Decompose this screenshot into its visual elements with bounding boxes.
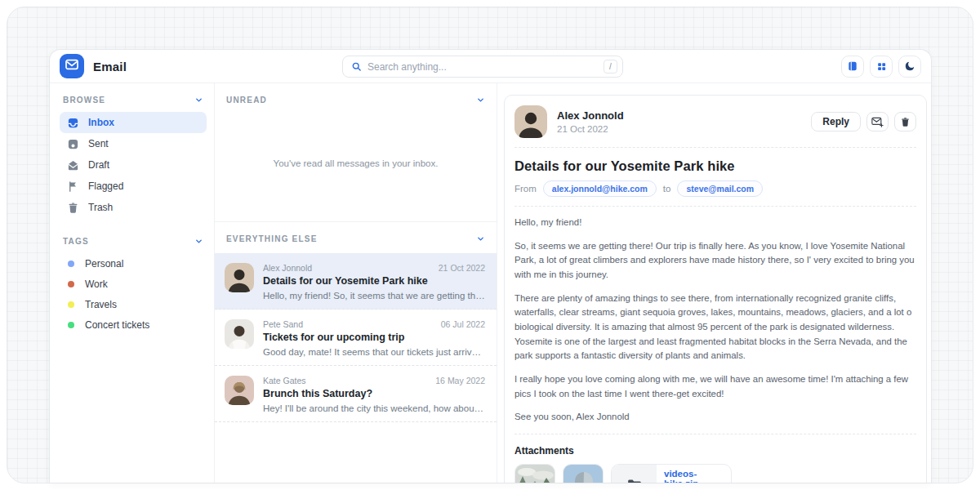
app-title: Email xyxy=(93,60,127,74)
body-paragraph: Hello, my friend! xyxy=(514,216,916,230)
mail-list-item[interactable]: Pete Sand 06 Jul 2022 Tickets for our up… xyxy=(215,310,497,366)
mail-sender: Kate Gates xyxy=(263,376,306,385)
mail-date: 16 May 2022 xyxy=(435,376,485,385)
divider xyxy=(514,434,916,434)
app-logo xyxy=(60,54,84,78)
mail-body: Hello, my friend! So, it seems we are ge… xyxy=(514,216,916,425)
dark-mode-button[interactable] xyxy=(898,56,921,78)
sidebar-item-sent[interactable]: Sent xyxy=(60,133,207,154)
tag-item-travels[interactable]: Travels xyxy=(60,294,207,314)
mail-preview: Hey! I'll be around the city this weeken… xyxy=(263,403,485,413)
search-input[interactable] xyxy=(368,61,604,73)
avatar xyxy=(514,105,547,138)
to-label: to xyxy=(663,184,671,194)
attachment-file-name[interactable]: videos-hike.zip xyxy=(664,469,731,483)
mail-date: 06 Jul 2022 xyxy=(441,319,485,329)
book-icon xyxy=(847,60,858,72)
body-paragraph: So, it seems we are getting there! Our t… xyxy=(514,239,916,283)
unread-section: UNREAD You've read all messages in your … xyxy=(215,83,497,222)
mail-sender: Pete Sand xyxy=(263,319,303,329)
tag-dot xyxy=(68,281,74,287)
tag-label: Work xyxy=(85,278,108,290)
detail-actions: Reply xyxy=(811,112,916,131)
sidebar-item-flagged[interactable]: Flagged xyxy=(60,176,207,197)
detail-sender-name: Alex Jonnold xyxy=(557,109,624,122)
sidebar-item-label: Sent xyxy=(88,138,109,149)
mail-sender: Alex Jonnold xyxy=(263,263,312,273)
unread-label: UNREAD xyxy=(226,96,267,105)
mail-subject: Details for our Yosemite Park hike xyxy=(263,275,485,287)
tag-dot xyxy=(68,322,74,328)
mail-preview: Hello, my friend! So, it seems that we a… xyxy=(263,291,485,301)
sidebar-item-draft[interactable]: Draft xyxy=(60,154,207,176)
sidebar-item-label: Draft xyxy=(88,159,109,171)
delete-mail-button[interactable] xyxy=(894,112,916,131)
trash-icon xyxy=(67,202,79,214)
tag-label: Personal xyxy=(85,258,123,270)
divider xyxy=(514,206,916,207)
mail-detail-card: Alex Jonnold 21 Oct 2022 Reply xyxy=(504,95,927,483)
detail-header: Alex Jonnold 21 Oct 2022 Reply xyxy=(514,105,916,138)
avatar xyxy=(225,263,254,292)
tag-label: Concert tickets xyxy=(85,319,149,331)
tag-item-concert-tickets[interactable]: Concert tickets xyxy=(60,314,207,335)
attachment-file-card[interactable]: videos-hike.zip 100 MB xyxy=(611,464,732,483)
tag-dot xyxy=(68,261,74,267)
flag-icon xyxy=(67,180,79,193)
detail-date: 21 Oct 2022 xyxy=(557,124,624,134)
mail-list-item[interactable]: Kate Gates 16 May 2022 Brunch this Satur… xyxy=(215,366,497,422)
from-to-row: From alex.jonnold@hike.com to steve@mail… xyxy=(514,180,916,197)
topbar-actions xyxy=(841,56,921,78)
topbar: Email / xyxy=(50,50,931,83)
tag-item-work[interactable]: Work xyxy=(60,274,207,294)
everything-else-label: EVERYTHING ELSE xyxy=(226,234,318,243)
attachment-photo-valley[interactable] xyxy=(514,464,555,483)
sidebar-item-label: Inbox xyxy=(88,117,114,128)
chevron-down-icon[interactable] xyxy=(476,96,485,105)
sent-icon xyxy=(67,138,79,150)
sidebar-item-label: Flagged xyxy=(88,180,123,192)
grid-icon xyxy=(876,61,887,72)
book-button[interactable] xyxy=(841,56,864,78)
detail-subject: Details for our Yosemite Park hike xyxy=(514,158,916,174)
avatar xyxy=(225,376,254,405)
avatar xyxy=(225,319,254,349)
unread-empty-message: You've read all messages in your inbox. xyxy=(215,105,497,221)
mail-list-column: UNREAD You've read all messages in your … xyxy=(215,83,497,483)
mail-detail-pane: Alex Jonnold 21 Oct 2022 Reply xyxy=(497,83,931,483)
mail-subject: Brunch this Saturday? xyxy=(263,388,485,399)
divider xyxy=(514,147,916,148)
forward-mail-button[interactable] xyxy=(866,112,889,131)
chevron-down-icon[interactable] xyxy=(476,234,485,243)
envelope-icon xyxy=(65,59,78,74)
attachments-label: Attachments xyxy=(514,445,916,457)
sidebar-item-inbox[interactable]: Inbox xyxy=(60,112,207,133)
body-paragraph: I really hope you love coming along with… xyxy=(514,372,916,401)
to-email-chip[interactable]: steve@mail.com xyxy=(677,180,763,197)
email-app-window: Email / xyxy=(49,49,932,483)
browse-section-header: BROWSE xyxy=(60,96,207,105)
tag-item-personal[interactable]: Personal xyxy=(60,253,207,274)
search-bar: / xyxy=(342,56,623,78)
trash-icon xyxy=(900,117,911,127)
from-label: From xyxy=(514,184,537,194)
tags-section-header: TAGS xyxy=(60,237,207,246)
reply-button[interactable]: Reply xyxy=(811,112,861,131)
attachments-row: videos-hike.zip 100 MB xyxy=(514,464,916,483)
screen: Email / xyxy=(0,0,980,490)
envelope-plus-icon xyxy=(871,117,884,127)
from-email-chip[interactable]: alex.jonnold@hike.com xyxy=(543,180,657,197)
chevron-down-icon[interactable] xyxy=(194,237,203,246)
everything-else-header: EVERYTHING ELSE xyxy=(215,222,497,253)
sidebar-item-label: Trash xyxy=(88,202,113,213)
grid-apps-button[interactable] xyxy=(870,56,893,78)
mail-list-item[interactable]: Alex Jonnold 21 Oct 2022 Details for our… xyxy=(215,253,497,310)
sidebar-item-trash[interactable]: Trash xyxy=(60,197,207,218)
chevron-down-icon[interactable] xyxy=(194,96,203,105)
tag-dot xyxy=(68,301,74,308)
search-icon xyxy=(351,61,362,72)
brand: Email xyxy=(60,54,127,78)
tag-label: Travels xyxy=(85,299,117,310)
attachment-photo-half-dome[interactable] xyxy=(563,464,604,483)
mail-date: 21 Oct 2022 xyxy=(439,263,485,273)
